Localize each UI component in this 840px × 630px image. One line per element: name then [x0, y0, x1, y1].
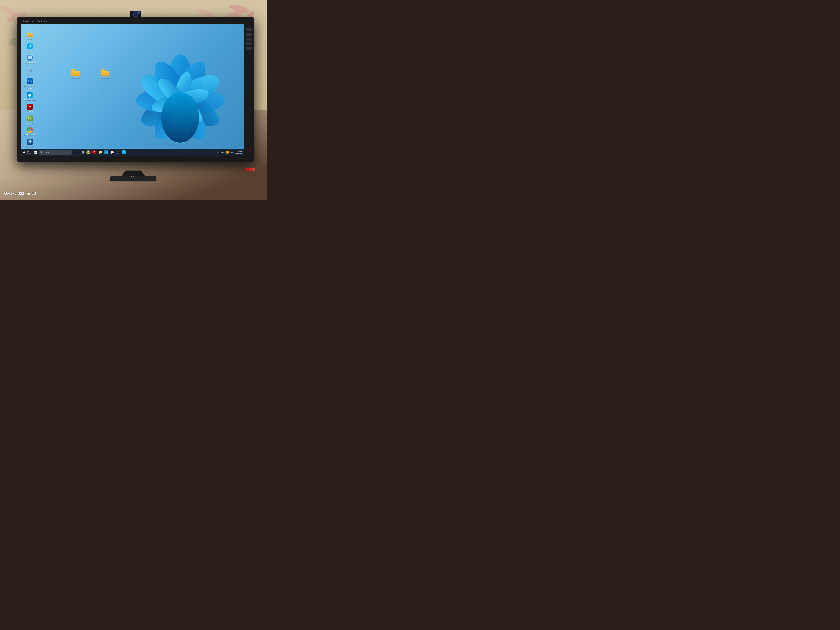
svg-point-9 — [165, 57, 212, 115]
monitor-screen[interactable]: User S Skype — [21, 24, 243, 156]
desktop-icon-user[interactable]: User — [23, 30, 37, 41]
taskbar-skype-icon: S — [122, 150, 126, 154]
messenger-icon: 💬 — [110, 151, 114, 154]
monitor-body: FLATRON W2343S — [17, 17, 254, 162]
monitor-button-4[interactable] — [246, 42, 252, 45]
taskbar-taskview[interactable]: ▤ — [80, 150, 85, 155]
widgets-icon: 🌤 — [76, 151, 78, 154]
svg-point-12 — [165, 85, 224, 133]
win-quad-4 — [36, 152, 37, 154]
system-tray: 🛡 🔋 РУС 📶 ~30 21:09 10.03.2024 — [215, 150, 242, 155]
monitor-right-panel: LG — [243, 24, 254, 156]
desktop-folder-2[interactable]: Неасилар — [101, 69, 109, 79]
taskbar-explorer[interactable]: 📁 — [98, 150, 103, 155]
svg-point-25 — [154, 74, 191, 112]
time-display: 21:09 10.03.2024 — [234, 150, 242, 155]
svg-point-10 — [165, 68, 224, 116]
win-quad-2 — [36, 151, 37, 152]
windows-logo — [35, 151, 37, 154]
whatsapp-icon: 📱 — [116, 151, 120, 154]
webcam-lens — [133, 12, 137, 16]
monitor-button-5[interactable] — [246, 47, 252, 50]
svg-rect-29 — [27, 33, 30, 34]
chrome-label: Google Chrome — [24, 134, 36, 136]
taskbar-apps: 🌤 ▤ O — [74, 150, 126, 155]
svg-point-14 — [169, 90, 192, 142]
svg-point-6 — [0, 4, 18, 18]
battery-icon: 🔋 — [217, 152, 219, 153]
monitor-lg-brand: LG — [131, 175, 136, 178]
crystaldisk-icon: 💎 — [27, 139, 33, 145]
monitor-button-1[interactable] — [246, 28, 252, 31]
folder1-icon — [71, 69, 80, 76]
desktop-icon-winrar[interactable]: Zip WinZip — [23, 114, 37, 125]
taskbar-chrome-icon — [86, 150, 90, 154]
start-button[interactable] — [33, 150, 39, 155]
svg-point-17 — [136, 89, 191, 112]
svg-point-8 — [167, 54, 193, 113]
taskbar-opera[interactable]: O — [92, 150, 97, 155]
chrome-icon — [27, 127, 33, 133]
taskbar-search[interactable]: 🔍 Поиск — [39, 150, 72, 155]
desktop-icon-3dviewer[interactable]: 3D 3D Viewer Photo Viewer — [23, 77, 37, 90]
taskbar-widgets[interactable]: 🌤 — [74, 150, 79, 155]
win-quad-1 — [35, 151, 36, 152]
user-folder-icon — [27, 32, 33, 37]
winrar-label: WinZip — [27, 122, 33, 124]
recycle-icon — [27, 66, 33, 73]
taskbar-skype[interactable]: S — [121, 150, 126, 155]
search-icon: 🔍 — [40, 151, 43, 153]
taskbar-whatsapp[interactable]: 📱 — [115, 150, 120, 155]
thispc-label: Этот компьютер — [24, 62, 36, 64]
weather-temp: -7°C — [27, 151, 31, 152]
monitor-brand: FLATRON W2343S — [23, 20, 47, 22]
svg-rect-33 — [28, 60, 32, 60]
taskview-icon: ▤ — [82, 151, 84, 154]
taskbar: 🌥 -7°C cloudy — [21, 149, 243, 156]
folder1-label: Неа..нике — [72, 77, 79, 79]
skype-label: Skype — [27, 50, 32, 52]
taskbar-messenger[interactable]: 💬 — [109, 150, 115, 155]
weather-info: -7°C cloudy — [27, 151, 31, 154]
svg-point-11 — [170, 89, 224, 112]
wifi-strength: ~30 — [229, 151, 233, 153]
desktop-icon-aida64[interactable]: 64 AIDA64 — [23, 103, 37, 114]
lg-red-accent — [245, 168, 255, 171]
chrome-inner — [28, 129, 31, 131]
desktop-icons: User S Skype — [23, 30, 37, 156]
weather-icon: 🌥 — [23, 151, 25, 154]
taskbar-edge[interactable]: e — [103, 150, 109, 155]
language-indicator: РУС — [220, 151, 225, 154]
svg-point-18 — [136, 68, 195, 116]
desktop-icon-chrome[interactable]: Google Chrome — [23, 126, 37, 137]
wifi-icon: 📶 — [226, 151, 229, 153]
taskbar-chrome[interactable] — [86, 150, 91, 155]
crystaldisk-label: CrystalDISKi... — [24, 145, 35, 148]
taskbar-opera-icon: O — [92, 150, 96, 154]
antivirus-icon: 🛡 — [215, 152, 216, 153]
svg-point-19 — [148, 57, 195, 115]
desktop-icon-skype[interactable]: S Skype — [23, 42, 37, 53]
explorer-icon: 📁 — [98, 150, 102, 154]
svg-point-20 — [171, 70, 195, 111]
monitor-button-3[interactable] — [246, 38, 252, 41]
folder2-icon — [101, 69, 109, 76]
svg-point-23 — [166, 90, 189, 131]
desktop-icon-edge[interactable]: Microsoft Edge — [23, 91, 37, 102]
skype-icon: S — [27, 43, 33, 49]
desktop-folder-1[interactable]: Неа..нике — [71, 69, 80, 79]
svg-rect-32 — [28, 59, 31, 60]
thispc-icon — [27, 55, 33, 61]
desktop-icon-recycle[interactable]: Корзина — [23, 66, 37, 76]
win-quad-3 — [35, 152, 36, 154]
taskbar-weather: 🌥 -7°C cloudy — [23, 151, 31, 154]
webcam — [130, 11, 141, 17]
weather-condition: cloudy — [27, 152, 31, 154]
svg-point-21 — [170, 86, 210, 110]
desktop-icon-thispc[interactable]: Этот компьютер — [23, 54, 37, 65]
monitor-button-2[interactable] — [246, 33, 252, 36]
aida64-label: AIDA64 — [27, 111, 33, 112]
desktop-icon-crystaldisk[interactable]: 💎 CrystalDISKi... — [23, 137, 37, 148]
edge-label: Microsoft Edge — [24, 99, 35, 101]
3dviewer-label: 3D Viewer Photo Viewer — [24, 85, 36, 89]
